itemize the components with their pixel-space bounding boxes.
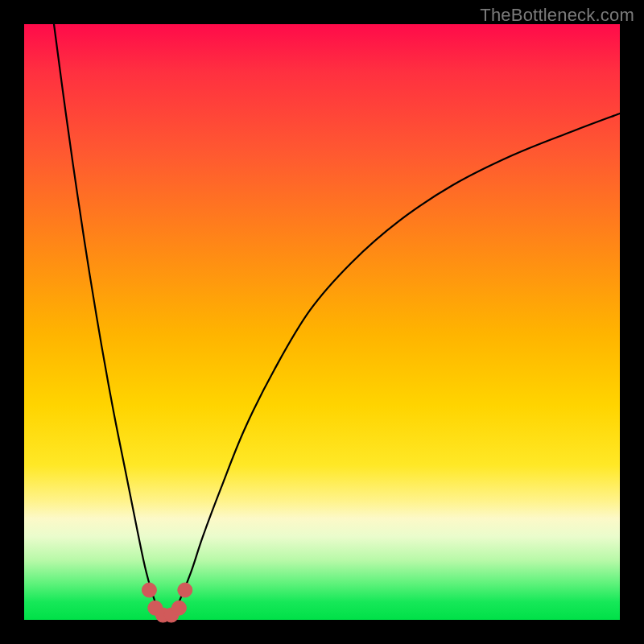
valley-marker-group [142, 583, 192, 622]
valley-marker [178, 583, 192, 597]
curve-right-branch [171, 114, 620, 617]
valley-marker [171, 601, 186, 615]
watermark-text: TheBottleneck.com [480, 5, 634, 26]
valley-marker [142, 583, 156, 597]
chart-svg [24, 24, 620, 620]
chart-area [24, 24, 620, 620]
curve-left-branch [54, 24, 163, 617]
